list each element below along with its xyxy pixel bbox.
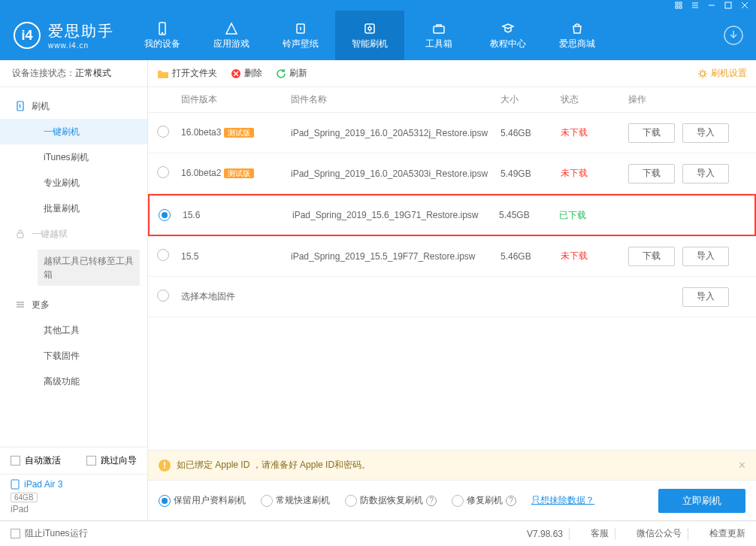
table-row[interactable]: 15.5 iPad_Spring_2019_15.5_19F77_Restore… — [148, 236, 756, 277]
table-row[interactable]: 16.0beta2测试版 iPad_Spring_2019_16.0_20A53… — [148, 153, 756, 194]
svg-rect-0 — [676, 2, 678, 5]
table-row[interactable]: 16.0beta3测试版 iPad_Spring_2019_16.0_20A53… — [148, 113, 756, 153]
sidebar-jailbreak-section: 一键越狱 — [0, 221, 147, 247]
info-text: 如已绑定 Apple ID ，请准备好 Apple ID和密码。 — [177, 459, 370, 472]
help-icon[interactable]: ? — [506, 496, 516, 506]
skip-wizard-checkbox[interactable] — [86, 456, 96, 466]
download-button[interactable]: 下载 — [628, 123, 675, 143]
sidebar: 设备连接状态： 正常模式 刷机 一键刷机 iTunes刷机 专业刷机 批量刷机 … — [0, 60, 148, 520]
open-folder-button[interactable]: 打开文件夹 — [157, 67, 217, 80]
titlebar-menu-icon[interactable] — [687, 0, 703, 11]
check-update-link[interactable]: 检查更新 — [709, 527, 745, 540]
close-button[interactable] — [736, 0, 753, 11]
flash-settings-button[interactable]: 刷机设置 — [697, 67, 747, 80]
opt-anti-recovery[interactable]: 防数据恢复刷机? — [345, 494, 437, 507]
flash-icon — [362, 21, 377, 36]
local-firmware-row[interactable]: 选择本地固件 导入 — [148, 277, 756, 317]
erase-only-link[interactable]: 只想抹除数据？ — [531, 494, 594, 507]
import-button[interactable]: 导入 — [682, 247, 729, 266]
header-download-icon[interactable] — [711, 25, 756, 46]
svg-point-26 — [700, 71, 705, 76]
info-close-button[interactable]: × — [739, 459, 745, 472]
block-itunes-checkbox[interactable] — [11, 529, 20, 538]
nav-apps[interactable]: 应用游戏 — [197, 11, 266, 60]
svg-rect-2 — [676, 6, 678, 8]
app-url: www.i4.cn — [48, 41, 114, 50]
nav-flash[interactable]: 智能刷机 — [335, 11, 404, 60]
app-logo: i4 爱思助手 www.i4.cn — [0, 21, 128, 50]
connected-device[interactable]: iPad Air 3 64GB iPad — [0, 475, 147, 520]
import-button[interactable]: 导入 — [682, 164, 729, 184]
warning-icon: ! — [159, 460, 171, 472]
sidebar-one-click-flash[interactable]: 一键刷机 — [0, 119, 147, 144]
auto-activate-row: 自动激活 跳过向导 — [0, 447, 147, 475]
lock-icon — [15, 229, 26, 239]
toolbar: 打开文件夹 删除 刷新 刷机设置 — [148, 60, 756, 87]
svg-rect-8 — [725, 2, 731, 8]
sidebar-download-fw[interactable]: 下载固件 — [0, 343, 147, 369]
nav-tutorials[interactable]: 教程中心 — [473, 11, 543, 60]
navbar: 我的设备 应用游戏 铃声壁纸 智能刷机 工具箱 教程中心 爱思商城 — [128, 11, 711, 60]
info-bar: ! 如已绑定 Apple ID ，请准备好 Apple ID和密码。 × — [148, 450, 756, 480]
delete-button[interactable]: 删除 — [231, 67, 262, 80]
download-button[interactable]: 下载 — [628, 164, 675, 184]
support-link[interactable]: 客服 — [591, 527, 609, 540]
sidebar-more-section[interactable]: 更多 — [0, 292, 147, 317]
help-icon[interactable]: ? — [426, 496, 437, 506]
sidebar-advanced[interactable]: 高级功能 — [0, 369, 147, 394]
nav-toolbox[interactable]: 工具箱 — [404, 11, 473, 60]
svg-rect-3 — [679, 6, 682, 8]
import-button[interactable]: 导入 — [682, 123, 729, 143]
action-bar: 保留用户资料刷机 常规快速刷机 防数据恢复刷机? 修复刷机? 只想抹除数据？ 立… — [148, 480, 756, 520]
table-header: 固件版本 固件名称 大小 状态 操作 — [148, 87, 756, 113]
toolbox-icon — [431, 21, 446, 36]
nav-my-device[interactable]: 我的设备 — [128, 11, 197, 60]
sidebar-pro-flash[interactable]: 专业刷机 — [0, 170, 147, 196]
refresh-button[interactable]: 刷新 — [276, 67, 307, 80]
status-value: 正常模式 — [75, 67, 111, 80]
titlebar-grid-icon[interactable] — [670, 0, 687, 11]
nav-store[interactable]: 爱思商城 — [543, 11, 612, 60]
import-button[interactable]: 导入 — [682, 287, 729, 307]
firmware-table: 固件版本 固件名称 大小 状态 操作 16.0beta3测试版 iPad_Spr… — [148, 87, 756, 450]
auto-activate-checkbox[interactable] — [11, 456, 20, 466]
row-radio[interactable] — [157, 290, 169, 302]
version-label: V7.98.63 — [527, 529, 563, 539]
nav-ringtones[interactable]: 铃声壁纸 — [266, 11, 335, 60]
logo-icon: i4 — [14, 22, 41, 49]
row-radio[interactable] — [157, 126, 169, 138]
opt-keep-data[interactable]: 保留用户资料刷机 — [159, 494, 246, 507]
svg-rect-1 — [679, 2, 682, 5]
sidebar-itunes-flash[interactable]: iTunes刷机 — [0, 144, 147, 170]
sidebar-flash-section[interactable]: 刷机 — [0, 93, 147, 119]
row-radio[interactable] — [157, 249, 169, 261]
opt-normal[interactable]: 常规快速刷机 — [261, 494, 330, 507]
row-radio[interactable] — [157, 166, 169, 178]
opt-repair[interactable]: 修复刷机? — [452, 494, 516, 507]
download-button[interactable]: 下载 — [628, 247, 675, 266]
row-radio[interactable] — [159, 209, 171, 221]
header: i4 爱思助手 www.i4.cn 我的设备 应用游戏 铃声壁纸 智能刷机 工具… — [0, 11, 756, 60]
content: 打开文件夹 删除 刷新 刷机设置 固件版本 固件名称 大小 状态 操作 16.0… — [148, 60, 756, 520]
main: 设备连接状态： 正常模式 刷机 一键刷机 iTunes刷机 专业刷机 批量刷机 … — [0, 60, 756, 520]
folder-icon — [157, 68, 169, 79]
app-name: 爱思助手 — [48, 21, 114, 41]
sidebar-other-tools[interactable]: 其他工具 — [0, 317, 147, 343]
flash-now-button[interactable]: 立即刷机 — [658, 489, 745, 513]
footer: 阻止iTunes运行 V7.98.63 客服 微信公众号 检查更新 — [0, 520, 756, 546]
maximize-button[interactable] — [720, 0, 736, 11]
minimize-button[interactable] — [703, 0, 720, 11]
table-row-selected[interactable]: 15.6 iPad_Spring_2019_15.6_19G71_Restore… — [148, 194, 756, 236]
wechat-link[interactable]: 微信公众号 — [637, 527, 682, 540]
svg-rect-15 — [434, 26, 444, 33]
window-titlebar — [0, 0, 756, 11]
connection-status: 设备连接状态： 正常模式 — [0, 60, 147, 87]
svg-point-12 — [162, 32, 162, 33]
svg-rect-22 — [11, 480, 19, 489]
sidebar-batch-flash[interactable]: 批量刷机 — [0, 196, 147, 221]
sidebar-bottom: 自动激活 跳过向导 iPad Air 3 64GB iPad — [0, 447, 147, 520]
flash-section-icon — [15, 101, 26, 111]
gear-icon — [697, 68, 708, 79]
phone-icon — [155, 21, 170, 36]
refresh-icon — [276, 68, 286, 79]
